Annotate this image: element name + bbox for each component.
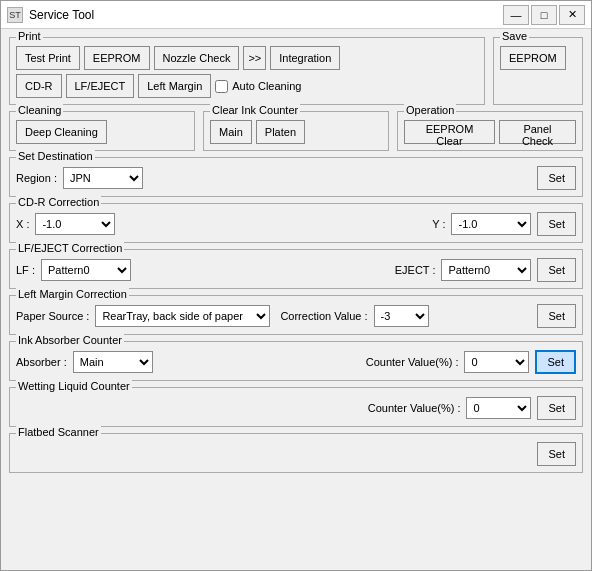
set-destination-button[interactable]: Set [537, 166, 576, 190]
cd-r-correction-title: CD-R Correction [16, 196, 101, 208]
ink-absorber-set-button[interactable]: Set [535, 350, 576, 374]
lf-eject-set-button[interactable]: Set [537, 258, 576, 282]
wetting-set-button[interactable]: Set [537, 396, 576, 420]
window-title: Service Tool [29, 8, 503, 22]
set-destination-block: Set Destination Region : JPN USA EUR Set [9, 157, 583, 197]
y-select[interactable]: -1.0-0.50.00.51.0 [451, 213, 531, 235]
flatbed-scanner-title: Flatbed Scanner [16, 426, 101, 438]
operation-row: EEPROM Clear Panel Check [404, 120, 576, 144]
main-content: Print Test Print EEPROM Nozzle Check >> … [1, 29, 591, 487]
cleaning-section: Cleaning Deep Cleaning [9, 111, 195, 151]
eeprom-clear-button[interactable]: EEPROM Clear [404, 120, 495, 144]
cleaning-section-title: Cleaning [16, 104, 63, 116]
print-section: Print Test Print EEPROM Nozzle Check >> … [9, 37, 485, 105]
absorber-select[interactable]: MainSub [73, 351, 153, 373]
wetting-counter-select[interactable]: 0102030 [466, 397, 531, 419]
close-button[interactable]: ✕ [559, 5, 585, 25]
x-label: X : [16, 218, 29, 230]
lf-eject-correction-block: LF/EJECT Correction LF : Pattern0Pattern… [9, 249, 583, 289]
maximize-button[interactable]: □ [531, 5, 557, 25]
auto-cleaning-text: Auto Cleaning [232, 80, 301, 92]
eject-label: EJECT : [395, 264, 436, 276]
cleaning-row: Deep Cleaning [16, 120, 188, 144]
ink-absorber-block: Ink Absorber Counter Absorber : MainSub … [9, 341, 583, 381]
deep-cleaning-button[interactable]: Deep Cleaning [16, 120, 107, 144]
left-margin-correction-title: Left Margin Correction [16, 288, 129, 300]
print-row2: CD-R LF/EJECT Left Margin Auto Cleaning [16, 74, 478, 98]
arrow-button[interactable]: >> [243, 46, 266, 70]
cd-r-button[interactable]: CD-R [16, 74, 62, 98]
auto-cleaning-label[interactable]: Auto Cleaning [215, 80, 301, 93]
paper-source-select[interactable]: RearTray, back side of paper FrontTray O… [95, 305, 270, 327]
app-icon: ST [7, 7, 23, 23]
ink-counter-label: Counter Value(%) : [366, 356, 459, 368]
set-destination-title: Set Destination [16, 150, 95, 162]
main-counter-button[interactable]: Main [210, 120, 252, 144]
nozzle-check-button[interactable]: Nozzle Check [154, 46, 240, 70]
region-select[interactable]: JPN USA EUR [63, 167, 143, 189]
print-row1: Test Print EEPROM Nozzle Check >> Integr… [16, 46, 478, 70]
main-window: ST Service Tool — □ ✕ Print Test Print E… [0, 0, 592, 571]
left-margin-row: Paper Source : RearTray, back side of pa… [16, 304, 576, 328]
save-section: Save EEPROM [493, 37, 583, 105]
operation-section-title: Operation [404, 104, 456, 116]
lf-eject-button[interactable]: LF/EJECT [66, 74, 135, 98]
y-label: Y : [432, 218, 445, 230]
set-destination-row: Region : JPN USA EUR Set [16, 166, 576, 190]
integration-button[interactable]: Integration [270, 46, 340, 70]
wetting-liquid-row: Counter Value(%) : 0102030 Set [16, 396, 576, 420]
flatbed-set-button[interactable]: Set [537, 442, 576, 466]
test-print-button[interactable]: Test Print [16, 46, 80, 70]
middle-sections: Cleaning Deep Cleaning Clear Ink Counter… [9, 111, 583, 151]
title-bar: ST Service Tool — □ ✕ [1, 1, 591, 29]
region-label: Region : [16, 172, 57, 184]
ink-absorber-title: Ink Absorber Counter [16, 334, 124, 346]
platen-counter-button[interactable]: Platen [256, 120, 305, 144]
clear-ink-section: Clear Ink Counter Main Platen [203, 111, 389, 151]
save-eeprom-button[interactable]: EEPROM [500, 46, 566, 70]
absorber-label: Absorber : [16, 356, 67, 368]
cd-r-correction-row: X : -1.0-0.50.00.51.0 Y : -1.0-0.50.00.5… [16, 212, 576, 236]
save-row: EEPROM [500, 46, 576, 70]
lf-select[interactable]: Pattern0Pattern1Pattern2 [41, 259, 131, 281]
left-margin-set-button[interactable]: Set [537, 304, 576, 328]
eeprom-print-button[interactable]: EEPROM [84, 46, 150, 70]
top-sections: Print Test Print EEPROM Nozzle Check >> … [9, 37, 583, 105]
paper-source-label: Paper Source : [16, 310, 89, 322]
lf-eject-correction-title: LF/EJECT Correction [16, 242, 124, 254]
auto-cleaning-checkbox[interactable] [215, 80, 228, 93]
clear-ink-row: Main Platen [210, 120, 382, 144]
x-select[interactable]: -1.0-0.50.00.51.0 [35, 213, 115, 235]
clear-ink-section-title: Clear Ink Counter [210, 104, 300, 116]
operation-section: Operation EEPROM Clear Panel Check [397, 111, 583, 151]
wetting-liquid-block: Wetting Liquid Counter Counter Value(%) … [9, 387, 583, 427]
flatbed-scanner-row: Set [16, 442, 576, 466]
lf-eject-row: LF : Pattern0Pattern1Pattern2 EJECT : Pa… [16, 258, 576, 282]
cd-r-correction-block: CD-R Correction X : -1.0-0.50.00.51.0 Y … [9, 203, 583, 243]
save-section-title: Save [500, 30, 529, 42]
ink-counter-select[interactable]: 0102030 [464, 351, 529, 373]
eject-select[interactable]: Pattern0Pattern1Pattern2 [441, 259, 531, 281]
minimize-button[interactable]: — [503, 5, 529, 25]
panel-check-button[interactable]: Panel Check [499, 120, 576, 144]
cd-r-set-button[interactable]: Set [537, 212, 576, 236]
window-controls: — □ ✕ [503, 5, 585, 25]
left-margin-correction-block: Left Margin Correction Paper Source : Re… [9, 295, 583, 335]
correction-value-label: Correction Value : [280, 310, 367, 322]
ink-absorber-row: Absorber : MainSub Counter Value(%) : 01… [16, 350, 576, 374]
left-margin-button[interactable]: Left Margin [138, 74, 211, 98]
print-section-title: Print [16, 30, 43, 42]
correction-value-select[interactable]: -3-2-10123 [374, 305, 429, 327]
wetting-liquid-title: Wetting Liquid Counter [16, 380, 132, 392]
lf-label: LF : [16, 264, 35, 276]
flatbed-scanner-block: Flatbed Scanner Set [9, 433, 583, 473]
wetting-counter-label: Counter Value(%) : [368, 402, 461, 414]
